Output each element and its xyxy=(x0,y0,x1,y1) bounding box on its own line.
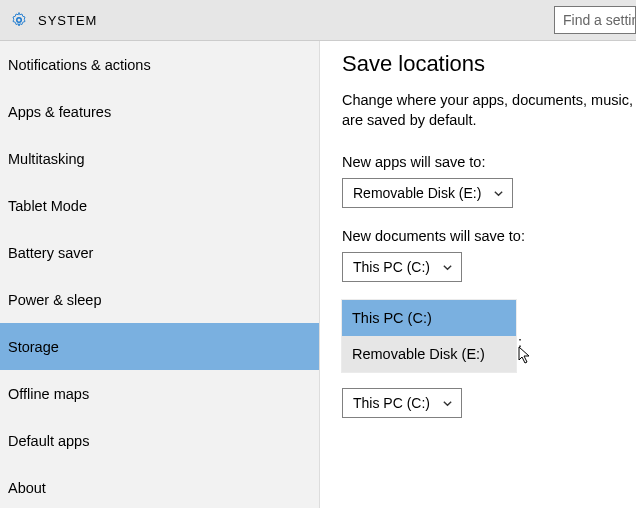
content-area: Notifications & actions Apps & features … xyxy=(0,41,636,508)
option-label: Removable Disk (E:) xyxy=(352,346,485,362)
description-line: Change where your apps, documents, music… xyxy=(342,92,633,108)
sidebar-item-battery-saver[interactable]: Battery saver xyxy=(0,229,319,276)
obscured-label-tail: : xyxy=(518,334,522,350)
combo-new-apps[interactable]: Removable Disk (E:) xyxy=(342,178,513,208)
main-panel: Save locations Change where your apps, d… xyxy=(320,41,636,508)
search-input[interactable]: Find a settin xyxy=(554,6,636,34)
dropdown-music-save[interactable]: This PC (C:) Removable Disk (E:) xyxy=(342,300,516,372)
chevron-down-icon xyxy=(493,188,504,199)
gear-icon xyxy=(10,11,28,29)
sidebar-item-label: About xyxy=(8,480,46,496)
sidebar-item-label: Default apps xyxy=(8,433,89,449)
sidebar-item-label: Tablet Mode xyxy=(8,198,87,214)
dropdown-option-removable[interactable]: Removable Disk (E:) xyxy=(342,336,516,372)
combo-new-documents[interactable]: This PC (C:) xyxy=(342,252,462,282)
description-line: are saved by default. xyxy=(342,112,477,128)
page-description: Change where your apps, documents, music… xyxy=(342,91,636,130)
setting-label: New apps will save to: xyxy=(342,154,636,170)
sidebar-item-label: Storage xyxy=(8,339,59,355)
chevron-down-icon xyxy=(442,262,453,273)
sidebar-item-tablet-mode[interactable]: Tablet Mode xyxy=(0,182,319,229)
combo-value: Removable Disk (E:) xyxy=(353,185,481,201)
sidebar-item-label: Offline maps xyxy=(8,386,89,402)
sidebar-item-label: Apps & features xyxy=(8,104,111,120)
combo-value: This PC (C:) xyxy=(353,395,430,411)
sidebar-item-notifications[interactable]: Notifications & actions xyxy=(0,41,319,88)
sidebar: Notifications & actions Apps & features … xyxy=(0,41,320,508)
sidebar-item-multitasking[interactable]: Multitasking xyxy=(0,135,319,182)
header-bar: SYSTEM Find a settin xyxy=(0,0,636,41)
setting-label: New documents will save to: xyxy=(342,228,636,244)
combo-value: This PC (C:) xyxy=(353,259,430,275)
chevron-down-icon xyxy=(442,398,453,409)
option-label: This PC (C:) xyxy=(352,310,432,326)
search-placeholder: Find a settin xyxy=(563,12,636,28)
header-title: SYSTEM xyxy=(38,13,97,28)
setting-new-apps: New apps will save to: Removable Disk (E… xyxy=(342,154,636,208)
sidebar-item-offline-maps[interactable]: Offline maps xyxy=(0,370,319,417)
sidebar-item-label: Battery saver xyxy=(8,245,93,261)
sidebar-item-default-apps[interactable]: Default apps xyxy=(0,417,319,464)
sidebar-item-label: Power & sleep xyxy=(8,292,102,308)
sidebar-item-apps-features[interactable]: Apps & features xyxy=(0,88,319,135)
sidebar-item-power-sleep[interactable]: Power & sleep xyxy=(0,276,319,323)
combo-below-dropdown[interactable]: This PC (C:) xyxy=(342,388,462,418)
setting-new-documents: New documents will save to: This PC (C:) xyxy=(342,228,636,282)
page-title: Save locations xyxy=(342,51,636,77)
dropdown-option-this-pc[interactable]: This PC (C:) xyxy=(342,300,516,336)
sidebar-item-label: Notifications & actions xyxy=(8,57,151,73)
sidebar-item-about[interactable]: About xyxy=(0,464,319,508)
sidebar-item-label: Multitasking xyxy=(8,151,85,167)
svg-point-0 xyxy=(17,18,22,23)
sidebar-item-storage[interactable]: Storage xyxy=(0,323,319,370)
